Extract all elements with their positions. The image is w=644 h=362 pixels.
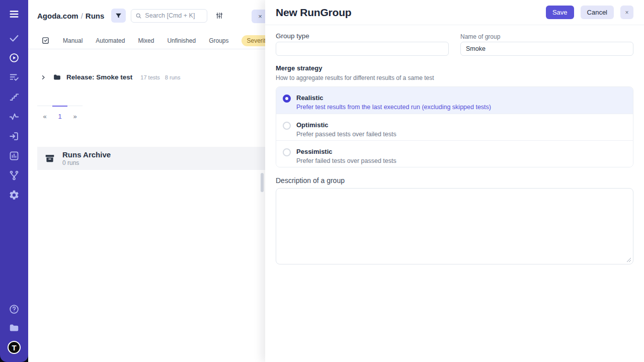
option-description: Prefer test results from the last execut… (296, 104, 491, 111)
group-type-label: Group type (276, 32, 449, 42)
search-input[interactable] (145, 12, 203, 19)
breadcrumb-project[interactable]: Agoda.com (37, 12, 78, 20)
archive-count: 0 runs (62, 159, 111, 166)
group-type-field-group: Group type (276, 32, 449, 56)
help-icon[interactable] (9, 304, 20, 315)
runs-panel-header: Agoda.com/Runs × (28, 0, 265, 31)
header-actions: Save Cancel × (546, 6, 633, 19)
name-of-group-label: Name of group (460, 32, 633, 42)
check-icon[interactable] (9, 33, 20, 44)
merge-strategy-options: Realistic Prefer test results from the l… (276, 86, 633, 167)
tab-mixed[interactable]: Mixed (138, 37, 154, 44)
tab-groups[interactable]: Groups (209, 37, 228, 44)
option-title: Pessimistic (296, 148, 396, 156)
description-label: Description of a group (276, 176, 633, 185)
radio-optimistic[interactable] (283, 122, 291, 130)
option-realistic[interactable]: Realistic Prefer test results from the l… (276, 87, 633, 114)
pagination-prev[interactable]: « (37, 106, 52, 120)
rungroup-tests-count: 17 tests (140, 74, 160, 80)
funnel-icon (115, 12, 122, 20)
new-rungroup-form: Group type Name of group Merge strategy … (265, 25, 644, 264)
import-icon[interactable] (9, 131, 20, 142)
runs-filter-tabs: Manual Automated Mixed Unfinished Groups… (28, 35, 265, 49)
tab-automated[interactable]: Automated (96, 37, 125, 44)
pagination: « 1 » (37, 106, 83, 120)
merge-strategy-label: Merge strategy (276, 64, 633, 72)
activity-icon[interactable] (9, 111, 20, 122)
breadcrumb-separator: / (81, 12, 83, 20)
new-rungroup-header: New RunGroup Save Cancel × (265, 0, 644, 25)
option-pessimistic-text: Pessimistic Prefer failed tests over pas… (296, 148, 396, 165)
archive-title: Runs Archive (62, 150, 111, 159)
projects-folder-icon[interactable] (9, 322, 20, 333)
breadcrumb-page[interactable]: Runs (86, 12, 105, 20)
sidebar: T (0, 0, 28, 362)
filter-button[interactable] (111, 9, 126, 23)
runs-archive-row[interactable]: Runs Archive 0 runs (37, 147, 265, 170)
radio-realistic[interactable] (283, 95, 291, 103)
page-title: New RunGroup (276, 7, 351, 19)
breadcrumb: Agoda.com/Runs (37, 12, 104, 20)
group-type-input[interactable] (276, 42, 449, 56)
search-icon (135, 13, 142, 19)
archive-icon (44, 153, 55, 164)
option-optimistic[interactable]: Optimistic Prefer passed tests over fail… (276, 114, 633, 140)
pagination-next[interactable]: » (67, 106, 83, 120)
radio-pessimistic[interactable] (283, 148, 291, 156)
option-title: Realistic (296, 94, 491, 102)
select-all-icon[interactable] (41, 36, 50, 45)
menu-icon[interactable] (9, 9, 20, 20)
panel-resize-handle[interactable] (261, 173, 264, 192)
profile-logo[interactable]: T (8, 341, 21, 354)
settings-gear-icon[interactable] (9, 190, 20, 201)
close-button[interactable]: × (620, 6, 633, 19)
archive-text: Runs Archive 0 runs (62, 150, 111, 166)
form-row-top: Group type Name of group (276, 32, 633, 56)
option-description: Prefer passed tests over failed tests (296, 131, 396, 138)
save-button[interactable]: Save (546, 6, 574, 19)
adjustments-icon[interactable] (213, 10, 225, 22)
tab-unfinished[interactable]: Unfinished (167, 37, 196, 44)
option-pessimistic[interactable]: Pessimistic Prefer failed tests over pas… (276, 140, 633, 167)
option-realistic-text: Realistic Prefer test results from the l… (296, 94, 491, 111)
merge-strategy-hint: How to aggregate results for different r… (276, 74, 633, 81)
cancel-button[interactable]: Cancel (581, 6, 614, 19)
option-title: Optimistic (296, 121, 396, 129)
rungroup-tree-item[interactable]: Release: Smoke test 17 tests 8 runs (40, 73, 180, 81)
tab-manual[interactable]: Manual (63, 37, 83, 44)
option-description: Prefer failed tests over passed tests (296, 157, 396, 165)
pagination-page-1[interactable]: 1 (52, 106, 67, 120)
sidebar-nav (9, 33, 20, 201)
name-of-group-input[interactable] (460, 42, 633, 56)
chevron-right-icon[interactable] (40, 74, 46, 80)
branch-icon[interactable] (9, 170, 20, 181)
runs-panel: Agoda.com/Runs × Manual Automated Mixed … (28, 0, 265, 362)
name-field-group: Name of group (460, 32, 633, 56)
app-screen: T Agoda.com/Runs × Manual Au (0, 0, 644, 362)
search-box (131, 9, 207, 23)
description-field (276, 188, 633, 264)
steps-icon[interactable] (9, 92, 20, 103)
new-rungroup-panel: New RunGroup Save Cancel × Group type Na… (265, 0, 644, 362)
folder-icon (53, 73, 61, 81)
rungroup-runs-count: 8 runs (165, 74, 181, 80)
description-textarea[interactable] (276, 188, 633, 264)
sidebar-bottom: T (8, 304, 21, 354)
play-circle-icon[interactable] (9, 52, 20, 63)
option-optimistic-text: Optimistic Prefer passed tests over fail… (296, 121, 396, 138)
rungroup-name[interactable]: Release: Smoke test (66, 73, 132, 81)
analytics-icon[interactable] (9, 150, 20, 161)
test-runs-icon[interactable] (9, 72, 20, 83)
